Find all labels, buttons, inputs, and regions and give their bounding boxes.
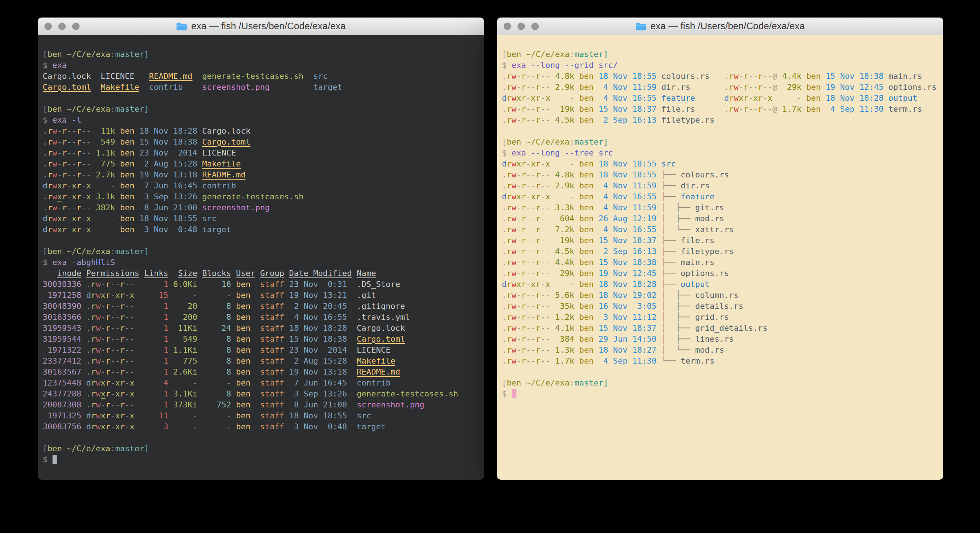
- text-segment: [550, 203, 555, 212]
- permission-char: -: [81, 159, 86, 168]
- permission-char: r: [521, 269, 526, 278]
- text-segment: [550, 170, 555, 179]
- text-segment: [197, 400, 202, 409]
- permission-char: -: [86, 159, 91, 168]
- text-segment: [135, 389, 145, 398]
- text-segment: [197, 411, 202, 420]
- terminal-line: [ben ~/C/e/exa:master]: [502, 137, 943, 147]
- text-segment: [821, 93, 826, 102]
- text-segment: 2.9k: [555, 83, 574, 92]
- text-segment: [183, 83, 202, 92]
- zoom-button[interactable]: [72, 22, 80, 30]
- close-button[interactable]: [504, 22, 511, 30]
- text-segment: contrib: [149, 83, 183, 92]
- permission-char: r: [521, 302, 526, 311]
- text-segment: ├──: [661, 170, 681, 179]
- text-segment: [197, 356, 202, 365]
- permission-char: -: [110, 378, 115, 387]
- minimize-button[interactable]: [517, 22, 525, 30]
- permission-char: -: [541, 345, 545, 354]
- permission-char: r: [62, 170, 67, 179]
- text-segment: ben: [579, 93, 594, 102]
- permission-char: r: [91, 422, 95, 431]
- text-segment: [284, 356, 289, 365]
- text-segment: filetype.rs: [661, 115, 714, 124]
- text-segment: 7 Jun 16:45: [289, 378, 347, 387]
- permission-char: r: [536, 104, 541, 113]
- terminal-screen[interactable]: [ben ~/C/e/exa:master]$ exaCargo.lock LI…: [38, 35, 484, 480]
- text-segment: 382k: [96, 203, 115, 212]
- permission-char: .: [43, 148, 48, 157]
- permission-char: -: [517, 181, 521, 190]
- text-segment: [594, 93, 598, 102]
- text-segment: 2.9k: [555, 181, 574, 190]
- permission-char: -: [531, 258, 536, 267]
- text-segment: [284, 313, 289, 322]
- text-segment: .travis.yml: [357, 313, 410, 322]
- permission-char: -: [541, 72, 545, 81]
- permission-char: -: [531, 203, 536, 212]
- text-segment: -: [96, 214, 115, 223]
- text-segment: [251, 345, 261, 354]
- text-segment: 1971258: [43, 290, 81, 300]
- text-segment: column.rs: [695, 290, 738, 300]
- permission-char: r: [105, 324, 110, 333]
- permission-char: .: [502, 104, 507, 113]
- permission-char: r: [120, 411, 125, 420]
- text-segment: 19 Nov 13:21: [289, 290, 347, 300]
- permission-char: -: [531, 83, 536, 92]
- title-bar[interactable]: exa — fish /Users/ben/Code/exa/exa: [38, 18, 484, 35]
- permission-char: d: [724, 93, 729, 102]
- text-segment: [550, 269, 555, 278]
- permission-char: r: [120, 334, 125, 343]
- text-segment: [801, 72, 806, 81]
- text-segment: [135, 280, 145, 289]
- permission-char: -: [541, 83, 545, 92]
- permission-char: r: [507, 334, 511, 343]
- text-segment: -: [173, 411, 197, 420]
- permission-char: r: [729, 104, 734, 113]
- permission-char: w: [734, 104, 738, 113]
- text-segment: README.md: [202, 170, 245, 179]
- text-segment: staff: [260, 367, 284, 377]
- permission-char: -: [526, 83, 531, 92]
- close-button[interactable]: [45, 22, 52, 30]
- text-segment: [574, 93, 579, 102]
- text-segment: [251, 389, 261, 398]
- permission-char: -: [72, 137, 76, 147]
- terminal-line: 30030336 .rw-r--r-- 1 6.0Ki 16 ben staff…: [43, 279, 484, 290]
- text-segment: file.rs: [681, 236, 714, 245]
- permission-char: -: [101, 400, 105, 409]
- permission-char: r: [105, 411, 110, 420]
- permission-char: -: [115, 400, 120, 409]
- permission-char: -: [531, 104, 536, 113]
- text-segment: [347, 356, 357, 365]
- text-segment: 1: [144, 400, 168, 409]
- terminal-line: [43, 432, 484, 443]
- permission-char: .: [86, 313, 91, 322]
- text-segment: [594, 214, 598, 223]
- text-segment: [594, 247, 598, 256]
- text-segment: [657, 170, 661, 179]
- text-segment: -: [555, 159, 574, 168]
- permission-char: r: [521, 290, 526, 300]
- text-segment: [67, 258, 72, 267]
- zoom-button[interactable]: [531, 22, 539, 30]
- permission-char: r: [521, 159, 526, 168]
- permission-char: x: [531, 93, 536, 102]
- terminal-line: drwxr-xr-x - ben 18 Nov 18:55 src: [43, 213, 484, 224]
- minimize-button[interactable]: [58, 22, 66, 30]
- text-segment: 1: [144, 345, 168, 354]
- title-bar[interactable]: exa — fish /Users/ben/Code/exa/exa: [497, 18, 943, 35]
- text-segment: 3 Sep 13:26: [139, 192, 197, 201]
- text-segment: 6.0Ki: [173, 280, 197, 289]
- permission-char: r: [76, 170, 81, 179]
- permission-char: -: [57, 159, 62, 168]
- text-segment: ben: [807, 72, 821, 81]
- permission-char: r: [536, 258, 541, 267]
- text-segment: [657, 324, 661, 333]
- text-segment: [168, 334, 173, 343]
- terminal-screen[interactable]: [ben ~/C/e/exa:master]$ exa --long --gri…: [497, 35, 943, 480]
- terminal-line: $ exa --long --tree src: [502, 147, 943, 158]
- text-segment: staff: [260, 302, 284, 311]
